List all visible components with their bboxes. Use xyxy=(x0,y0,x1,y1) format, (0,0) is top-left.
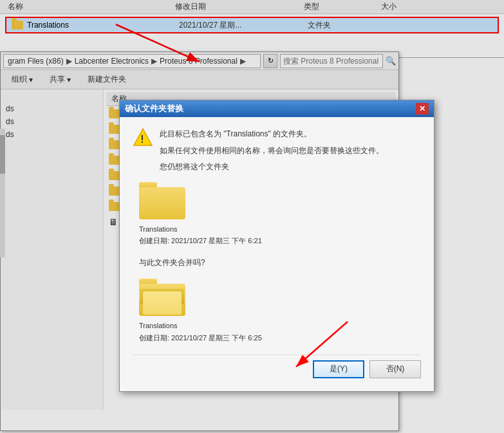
dest-folder-name: Translations xyxy=(139,320,262,332)
dialog-content: ! 此目标已包含名为 "Translations" 的文件夹。 如果任何文件使用… xyxy=(120,117,434,391)
dialog-folders-area: Translations 创建日期: 2021/10/27 星期三 下午 6:2… xyxy=(133,182,421,247)
warning-icon: ! xyxy=(133,127,153,148)
source-folder-info: Translations 创建日期: 2021/10/27 星期三 下午 6:2… xyxy=(139,223,262,247)
confirm-replace-dialog: 确认文件夹替换 ✕ ! 此目标已包含名为 "Translations" 的文件夹… xyxy=(119,100,434,392)
dialog-warning-row: ! 此目标已包含名为 "Translations" 的文件夹。 如果任何文件使用… xyxy=(133,127,421,174)
source-folder-date: 创建日期: 2021/10/27 星期三 下午 6:21 xyxy=(139,235,262,247)
source-folder-name: Translations xyxy=(139,223,262,235)
yes-button[interactable]: 是(Y) xyxy=(313,360,364,378)
svg-text:!: ! xyxy=(140,134,144,145)
dest-folder-icon xyxy=(139,279,185,316)
warning-line-2: 如果任何文件使用相同的名称，将会询问您是否要替换这些文件。 xyxy=(160,144,384,158)
dialog-close-button[interactable]: ✕ xyxy=(416,103,429,115)
dialog-title: 确认文件夹替换 xyxy=(125,103,183,115)
dialog-folders-area-2: Translations 创建日期: 2021/10/27 星期三 下午 6:2… xyxy=(133,279,421,344)
no-button[interactable]: 否(N) xyxy=(369,360,421,378)
dialog-buttons: 是(Y) 否(N) xyxy=(133,355,421,381)
warning-line-1: 此目标已包含名为 "Translations" 的文件夹。 xyxy=(160,127,384,142)
dest-folder-info: Translations 创建日期: 2021/10/27 星期三 下午 6:2… xyxy=(139,320,262,344)
source-folder-icon xyxy=(139,182,185,219)
source-folder-section: Translations 创建日期: 2021/10/27 星期三 下午 6:2… xyxy=(139,182,262,247)
dest-folder-section: Translations 创建日期: 2021/10/27 星期三 下午 6:2… xyxy=(139,279,262,344)
dest-folder-date: 创建日期: 2021/10/27 星期三 下午 6:25 xyxy=(139,332,262,344)
dialog-titlebar: 确认文件夹替换 ✕ xyxy=(120,100,434,117)
merge-question: 与此文件夹合并吗? xyxy=(133,257,421,268)
warning-line-3: 您仍想将这个文件夹 xyxy=(160,160,384,174)
dialog-warning-text: 此目标已包含名为 "Translations" 的文件夹。 如果任何文件使用相同… xyxy=(160,127,384,174)
